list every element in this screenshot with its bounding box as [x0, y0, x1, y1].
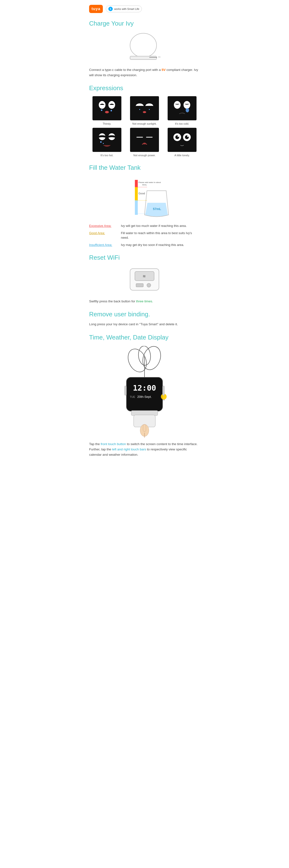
- legend-label-good: Good Area:: [89, 231, 118, 236]
- svg-point-8: [111, 110, 112, 112]
- svg-point-15: [149, 109, 150, 110]
- water-section-title: Fill the Water Tank: [89, 163, 200, 173]
- time-description: Tap the front touch button to switch the…: [89, 441, 200, 458]
- svg-point-22: [103, 143, 104, 144]
- time-illustration: 12:00 TUE 20th-Sept. ☁: [89, 346, 200, 438]
- charge-voltage: 5V: [161, 68, 166, 72]
- svg-rect-1: [130, 56, 156, 60]
- time-device-svg: 12:00 TUE 20th-Sept. ☁: [113, 346, 176, 438]
- charge-illustration: ←: [89, 32, 200, 63]
- charge-desc-before: Connect a type-c cable to the charging p…: [89, 68, 161, 72]
- time-highlight1: front touch button: [101, 442, 126, 446]
- expression-sunlight: Not enough sunlight.: [127, 96, 162, 126]
- expression-face-power: [130, 128, 159, 152]
- legend-desc-insufficient: Ivy may get dry too soon if reaching thi…: [121, 243, 200, 247]
- svg-point-0: [130, 33, 156, 57]
- expression-face-sunlight: [130, 96, 159, 120]
- svg-rect-57: [131, 411, 158, 415]
- time-highlight2: left and right touch bars: [112, 447, 146, 451]
- svg-text:12:00: 12:00: [133, 383, 156, 393]
- page-header: tuya S works with Smart Life: [89, 5, 200, 13]
- expressions-section-title: Expressions: [89, 84, 200, 93]
- legend-row-excessive: Excessive Area: Ivy will get too much wa…: [89, 223, 200, 228]
- tuya-logo: tuya: [89, 5, 103, 13]
- legend-row-good: Good Area: Fill water to reach within th…: [89, 231, 200, 240]
- svg-text:20th-Sept.: 20th-Sept.: [137, 395, 152, 399]
- wifi-illustration: ≋: [89, 266, 200, 295]
- expression-label-lonely: A little lonely.: [174, 153, 189, 157]
- svg-rect-12: [145, 106, 153, 108]
- wifi-section-title: Reset WiFi: [89, 253, 200, 262]
- remove-description: Long press your Ivy device card in "Tuya…: [89, 322, 200, 327]
- legend-row-insufficient: Insufficient Area: Ivy may get dry too s…: [89, 243, 200, 247]
- smart-life-icon: S: [108, 7, 113, 11]
- svg-point-46: [147, 283, 151, 287]
- svg-point-30: [178, 135, 179, 137]
- legend-label-insufficient: Insufficient Area:: [89, 243, 118, 247]
- svg-rect-63: [162, 386, 165, 396]
- charge-section-title: Charge Your Ivy: [89, 19, 200, 28]
- water-tank-illustration: Please add water to about 40mL Good 57mL: [89, 176, 200, 220]
- wifi-desc-before: Swiftly press the back button for: [89, 300, 136, 303]
- svg-rect-11: [136, 106, 144, 108]
- svg-rect-51: [127, 377, 162, 411]
- svg-rect-33: [135, 187, 138, 200]
- expression-label-cold: It's too cold.: [175, 122, 189, 126]
- expression-power: Not enough power.: [127, 128, 162, 157]
- svg-text:TUE: TUE: [130, 396, 135, 398]
- svg-rect-34: [135, 200, 138, 215]
- svg-point-17: [183, 101, 190, 109]
- svg-rect-62: [124, 386, 127, 396]
- svg-point-25: [143, 143, 146, 145]
- svg-point-48: [140, 346, 164, 372]
- expression-face-thirsty: [93, 96, 121, 120]
- svg-text:☁: ☁: [162, 398, 165, 401]
- svg-point-6: [105, 111, 109, 113]
- svg-point-14: [139, 109, 140, 110]
- svg-point-18: [186, 108, 189, 112]
- expression-face-lonely: [168, 128, 196, 152]
- expressions-grid: Thirsty. Not enough sunlight.: [89, 96, 200, 157]
- expression-thirsty: Thirsty.: [89, 96, 125, 126]
- expression-lonely: A little lonely.: [164, 128, 200, 157]
- wifi-description: Swiftly press the back button for three …: [89, 299, 200, 304]
- tuya-logo-text: tuya: [92, 6, 101, 12]
- legend-desc-excessive: Ivy will get too much water if reaching …: [121, 223, 200, 228]
- legend-label-excessive: Excessive Area:: [89, 223, 118, 228]
- time-section-title: Time, Weather, Date Display: [89, 333, 200, 342]
- legend-desc-good: Fill water to reach within this area to …: [121, 231, 200, 240]
- svg-text:←: ←: [158, 55, 161, 59]
- expression-label-power: Not enough power.: [134, 153, 155, 157]
- svg-text:Good: Good: [139, 192, 145, 195]
- svg-text:57mL: 57mL: [153, 207, 161, 211]
- smart-life-text: works with Smart Life: [114, 7, 139, 11]
- svg-text:40mL: 40mL: [142, 184, 147, 186]
- svg-point-21: [100, 141, 102, 143]
- water-tank-svg: Please add water to about 40mL Good 57mL: [111, 176, 178, 220]
- remove-section-title: Remove user binding.: [89, 310, 200, 319]
- wifi-highlight: three times.: [136, 300, 153, 303]
- svg-point-16: [174, 101, 181, 109]
- svg-text:Please add water to about: Please add water to about: [139, 181, 161, 184]
- svg-point-47: [124, 346, 150, 375]
- expression-label-hot: It's too hot.: [101, 153, 113, 157]
- svg-point-13: [143, 111, 146, 113]
- svg-rect-45: [136, 283, 143, 287]
- expression-face-hot: [93, 128, 121, 152]
- time-desc-before: Tap the: [89, 442, 101, 446]
- charge-description: Connect a type-c cable to the charging p…: [89, 67, 200, 78]
- svg-point-7: [101, 110, 102, 111]
- expression-hot: It's too hot.: [89, 128, 125, 157]
- expression-label-sunlight: Not enough sunlight.: [133, 122, 157, 126]
- expression-cold: It's too cold.: [164, 96, 200, 126]
- expression-face-cold: [168, 96, 196, 120]
- water-legend: Excessive Area: Ivy will get too much wa…: [89, 223, 200, 247]
- svg-text:≋: ≋: [143, 274, 146, 278]
- wifi-device-svg: ≋: [123, 266, 166, 295]
- svg-point-31: [187, 135, 188, 137]
- svg-rect-32: [135, 180, 138, 187]
- svg-rect-60: [143, 424, 146, 432]
- smart-life-badge: S works with Smart Life: [106, 5, 142, 12]
- expression-label-thirsty: Thirsty.: [103, 122, 111, 126]
- charge-device-svg: ←: [125, 32, 164, 63]
